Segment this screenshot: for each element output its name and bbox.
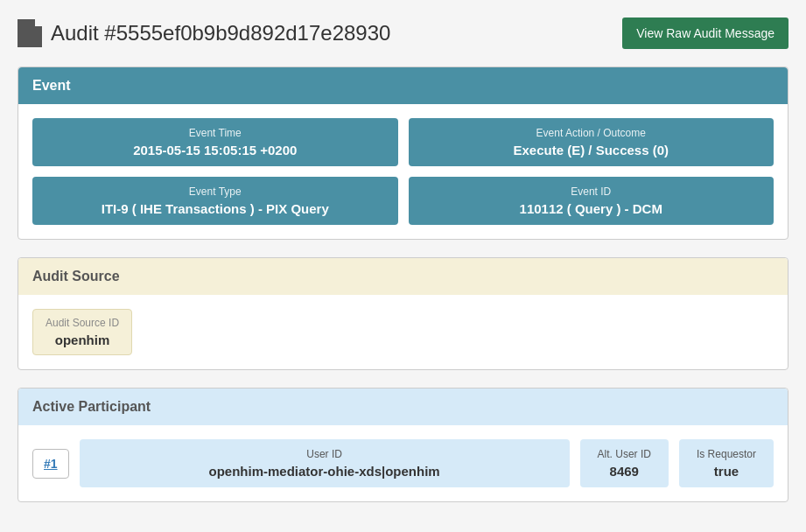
event-action-value: Execute (E) / Success (0) <box>423 143 760 158</box>
participant-is-requestor-value: true <box>697 464 756 479</box>
participant-is-requestor-label: Is Requestor <box>697 448 756 460</box>
view-raw-button[interactable]: View Raw Audit Message <box>622 18 788 49</box>
event-section: Event Event Time 2015-05-15 15:05:15 +02… <box>18 66 788 240</box>
active-participant-section-header: Active Participant <box>18 388 788 425</box>
event-section-header: Event <box>18 67 788 104</box>
participant-alt-user-id-label: Alt. User ID <box>598 448 651 460</box>
participant-is-requestor-card: Is Requestor true <box>679 439 774 487</box>
audit-source-section-header: Audit Source <box>18 258 788 295</box>
participant-row: #1 User ID openhim-mediator-ohie-xds|ope… <box>32 439 774 487</box>
event-type-card: Event Type ITI-9 ( IHE Transactions ) - … <box>32 177 398 225</box>
participant-user-id-card: User ID openhim-mediator-ohie-xds|openhi… <box>80 439 570 487</box>
participant-number-badge[interactable]: #1 <box>32 449 69 479</box>
page-title-row: Audit #5555ef0b9b9d892d17e28930 <box>18 19 390 47</box>
event-section-body: Event Time 2015-05-15 15:05:15 +0200 Eve… <box>18 104 788 239</box>
participant-user-id-label: User ID <box>97 448 552 460</box>
event-type-value: ITI-9 ( IHE Transactions ) - PIX Query <box>46 201 384 216</box>
page-header: Audit #5555ef0b9b9d892d17e28930 View Raw… <box>18 18 788 49</box>
audit-source-section-body: Audit Source ID openhim <box>18 295 788 369</box>
participant-alt-user-id-card: Alt. User ID 8469 <box>580 439 669 487</box>
active-participant-section-body: #1 User ID openhim-mediator-ohie-xds|ope… <box>18 425 788 501</box>
event-action-card: Event Action / Outcome Execute (E) / Suc… <box>409 118 774 166</box>
audit-icon <box>18 19 42 47</box>
audit-source-card: Audit Source ID openhim <box>32 309 132 355</box>
event-type-label: Event Type <box>46 186 384 198</box>
audit-source-section: Audit Source Audit Source ID openhim <box>18 257 788 370</box>
event-action-label: Event Action / Outcome <box>423 127 760 139</box>
event-time-value: 2015-05-15 15:05:15 +0200 <box>46 143 384 158</box>
event-id-card: Event ID 110112 ( Query ) - DCM <box>409 177 774 225</box>
participant-user-id-value: openhim-mediator-ohie-xds|openhim <box>97 464 552 479</box>
event-time-card: Event Time 2015-05-15 15:05:15 +0200 <box>32 118 398 166</box>
page-title: Audit #5555ef0b9b9d892d17e28930 <box>51 21 390 46</box>
active-participant-section: Active Participant #1 User ID openhim-me… <box>18 388 788 502</box>
event-id-value: 110112 ( Query ) - DCM <box>423 201 760 216</box>
participant-alt-user-id-value: 8469 <box>598 464 651 479</box>
event-time-label: Event Time <box>46 127 384 139</box>
audit-source-id-label: Audit Source ID <box>46 317 119 329</box>
audit-source-id-value: openhim <box>46 332 119 347</box>
event-id-label: Event ID <box>423 186 760 198</box>
event-grid: Event Time 2015-05-15 15:05:15 +0200 Eve… <box>32 118 774 225</box>
